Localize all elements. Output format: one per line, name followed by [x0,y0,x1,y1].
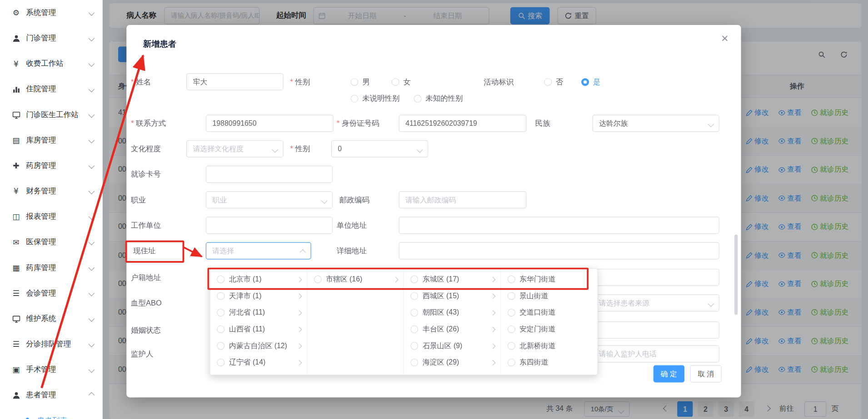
sidebar-item[interactable]: ⚙系统管理 [0,0,103,25]
sidebar-item[interactable]: ✉医保管理 [0,229,103,255]
ethnicity-select[interactable]: 达斡尔族 [592,115,719,132]
cascader-option[interactable]: 东四街道 [501,354,598,371]
sidebar-item[interactable]: ▤库房管理 [0,128,103,153]
work-address-input[interactable] [399,217,719,234]
gender-radio-female[interactable]: 女 [392,73,411,90]
sidebar-item[interactable]: 门诊管理 [0,25,103,51]
radio-icon[interactable] [217,292,224,300]
cascader-option[interactable]: 西城区 (15) [404,288,500,305]
gender-select[interactable]: 0 [331,140,429,158]
sidebar-item[interactable]: ¥财务管理 [0,178,103,204]
id-number-input[interactable]: 411625192602039719 [399,115,527,132]
cascader-option[interactable]: 东城区 (17) [404,271,500,288]
user-icon [11,391,21,399]
contact-input[interactable]: 19880991650 [206,115,334,132]
sidebar-item[interactable]: 患者管理 [0,382,103,408]
sidebar-item[interactable]: 住院管理 [0,76,103,102]
chevron-down-icon [88,290,95,296]
cascader-option[interactable]: 山西省 (11) [210,321,307,338]
radio-icon[interactable] [507,325,515,333]
radio-icon[interactable] [507,359,515,366]
chevron-down-icon [88,163,95,169]
education-select[interactable]: 请选择文化程度 [186,140,284,158]
radio-icon[interactable] [507,309,515,316]
cascader-option[interactable]: 安定门街道 [501,321,598,338]
radio-icon[interactable] [217,342,224,350]
sidebar-item[interactable]: ¥收费工作站 [0,51,103,76]
sidebar-item[interactable]: ☰会诊管理 [0,281,103,306]
radio-icon[interactable] [410,342,418,350]
app-root: 病人名称 请输入病人名称/拼音码/病人ID 起始时间 开始日期 - 结束日期 搜… [0,0,868,419]
name-label: 姓名 [131,73,151,90]
active-flag-radio-yes[interactable]: 是 [581,73,600,90]
sidebar: ⚙系统管理门诊管理¥收费工作站住院管理门诊医生工作站▤库房管理✚药房管理¥财务管… [0,0,103,419]
radio-icon [350,94,358,102]
doc-icon: ▤ [11,136,21,144]
postal-code-input[interactable]: 请输入邮政编码 [399,191,527,208]
cascader-option[interactable]: 北新桥街道 [501,338,598,355]
cascader-option[interactable]: 河北省 (11) [210,304,307,321]
sidebar-item[interactable]: 门诊医生工作站 [0,102,103,128]
radio-icon[interactable] [217,276,224,283]
radio-icon[interactable] [410,292,418,300]
cancel-button[interactable]: 取 消 [690,365,722,383]
list-icon: ☰ [11,289,21,297]
cascader-option[interactable]: 海淀区 (29) [404,354,500,371]
cascader-option[interactable]: 市辖区 (16) [307,271,404,288]
radio-icon[interactable] [410,276,418,283]
gender-radio-unknown[interactable]: 未知的性别 [414,90,463,107]
sidebar-item[interactable]: ◫报表管理 [0,204,103,229]
radio-icon[interactable] [410,325,418,333]
sidebar-item[interactable]: 维护系统 [0,306,103,331]
current-address-label: 现住址 [133,242,155,260]
gender-radio-male[interactable]: 男 [350,73,369,90]
cascader-option[interactable]: 朝阳区 (43) [404,304,500,321]
id-number-label: 身份证号码 [337,115,379,132]
blood-type-label: 血型ABO [131,294,162,311]
close-icon[interactable]: ✕ [721,33,728,44]
radio-icon [392,78,399,86]
gender-radio-unspecified[interactable]: 未说明性别 [350,90,399,107]
guardian-phone-input[interactable]: 请输入监护人电话 [592,345,719,363]
radio-icon[interactable] [217,359,224,366]
radio-icon[interactable] [217,325,224,333]
sidebar-item[interactable]: ▦药库管理 [0,255,103,281]
sidebar-item[interactable]: ✚药房管理 [0,153,103,178]
cascader-option[interactable]: 天津市 (1) [210,288,307,305]
cascader-option[interactable]: 丰台区 (26) [404,321,500,338]
guardian-label: 监护人 [131,345,153,363]
patient-source-select[interactable]: 请选择患者来源 [592,294,719,311]
cascader-option[interactable]: 景山街道 [501,288,598,305]
cascader-option[interactable]: 辽宁省 (14) [210,354,307,371]
active-flag-radio-no[interactable]: 否 [544,73,563,90]
radio-icon[interactable] [507,292,515,300]
detail-address-input[interactable] [399,242,719,260]
current-address-cascader[interactable]: 请选择 [206,242,311,260]
confirm-button[interactable]: 确 定 [653,365,684,383]
chevron-down-icon [88,35,95,41]
sidebar-item[interactable]: ▣手术管理 [0,357,103,382]
name-input[interactable]: 牢大 [186,73,284,90]
chevron-right-icon [490,360,495,365]
work-unit-input[interactable] [206,217,333,234]
yen-icon: ¥ [11,187,21,195]
sidebar-item[interactable]: 患者列表 [0,408,103,419]
cascader-option[interactable]: 东华门街道 [501,271,598,288]
postal-code-label: 邮政编码 [339,191,369,208]
radio-icon[interactable] [314,276,321,283]
radio-icon[interactable] [410,359,418,366]
cascader-option[interactable]: 交道口街道 [501,304,598,321]
cascader-option[interactable]: 内蒙古自治区 (12) [210,338,307,355]
user-icon [11,34,21,42]
visit-card-input[interactable] [206,166,333,183]
radio-icon[interactable] [410,309,418,316]
radio-icon[interactable] [217,309,224,316]
cascader-option[interactable]: 北京市 (1) [210,271,307,288]
cascader-option[interactable]: 石景山区 (9) [404,338,500,355]
radio-icon[interactable] [507,276,515,283]
occupation-select[interactable]: 职业 [206,191,333,208]
sidebar-item[interactable]: ☰分诊排队管理 [0,331,103,357]
chevron-right-icon [393,276,399,282]
radio-icon[interactable] [507,342,515,350]
modal-scrollbar[interactable] [734,234,738,315]
